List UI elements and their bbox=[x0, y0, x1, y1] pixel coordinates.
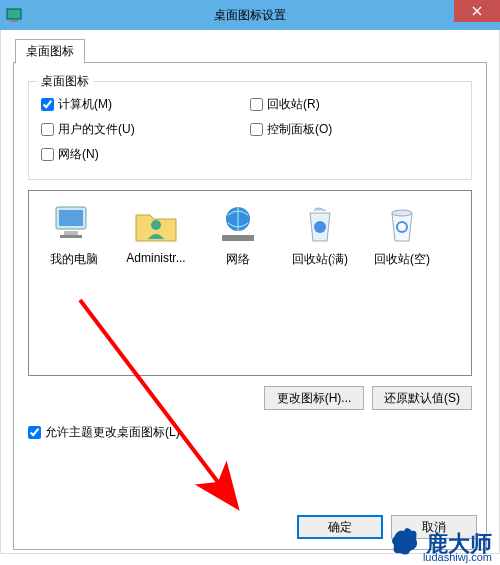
check-controlpanel-label: 控制面板(O) bbox=[267, 121, 332, 138]
svg-point-6 bbox=[151, 220, 161, 230]
close-button[interactable] bbox=[454, 0, 500, 22]
svg-rect-3 bbox=[59, 210, 83, 226]
dialog-footer-buttons: 确定 取消 bbox=[297, 515, 477, 539]
recycle-full-icon bbox=[296, 201, 344, 249]
icon-item-computer[interactable]: 我的电脑 bbox=[35, 197, 113, 268]
restore-default-button[interactable]: 还原默认值(S) bbox=[372, 386, 472, 410]
system-icon bbox=[6, 7, 22, 23]
check-userfiles[interactable]: 用户的文件(U) bbox=[41, 117, 250, 142]
tabstrip: 桌面图标 bbox=[15, 38, 487, 62]
tab-panel: 桌面图标 计算机(M) 回收站(R) 用户的文件(U) 控制 bbox=[13, 62, 487, 550]
allow-themes-box[interactable] bbox=[28, 426, 41, 439]
button-label: 更改图标(H)... bbox=[277, 390, 352, 407]
svg-rect-8 bbox=[222, 235, 254, 241]
check-userfiles-label: 用户的文件(U) bbox=[58, 121, 135, 138]
icon-item-network[interactable]: 网络 bbox=[199, 197, 277, 268]
check-recycle[interactable]: 回收站(R) bbox=[250, 92, 459, 117]
ok-button[interactable]: 确定 bbox=[297, 515, 383, 539]
groupbox-legend: 桌面图标 bbox=[37, 73, 93, 90]
allow-themes-checkbox[interactable]: 允许主题更改桌面图标(L) bbox=[28, 424, 472, 441]
check-controlpanel-box[interactable] bbox=[250, 123, 263, 136]
icon-item-admin[interactable]: Administr... bbox=[117, 197, 195, 268]
svg-rect-0 bbox=[7, 9, 21, 19]
icon-label: 网络 bbox=[199, 251, 277, 268]
svg-point-10 bbox=[392, 210, 412, 216]
svg-rect-1 bbox=[10, 20, 18, 22]
check-userfiles-box[interactable] bbox=[41, 123, 54, 136]
button-label: 还原默认值(S) bbox=[384, 390, 460, 407]
recycle-empty-icon bbox=[378, 201, 426, 249]
allow-themes-label: 允许主题更改桌面图标(L) bbox=[45, 424, 180, 441]
user-folder-icon bbox=[132, 201, 180, 249]
icon-label: 我的电脑 bbox=[35, 251, 113, 268]
icon-item-recycle-full[interactable]: 回收站(满) bbox=[281, 197, 359, 268]
icon-label: 回收站(满) bbox=[281, 251, 359, 268]
button-label: 取消 bbox=[422, 519, 446, 536]
check-recycle-box[interactable] bbox=[250, 98, 263, 111]
check-computer[interactable]: 计算机(M) bbox=[41, 92, 250, 117]
svg-rect-5 bbox=[60, 235, 82, 238]
dialog-body: 桌面图标 桌面图标 计算机(M) 回收站(R) 用户的文件(U) bbox=[0, 30, 500, 554]
button-label: 确定 bbox=[328, 519, 352, 536]
cancel-button[interactable]: 取消 bbox=[391, 515, 477, 539]
icon-label: Administr... bbox=[117, 251, 195, 265]
titlebar: 桌面图标设置 bbox=[0, 0, 500, 30]
check-network[interactable]: 网络(N) bbox=[41, 142, 250, 167]
svg-rect-4 bbox=[64, 231, 78, 235]
window-title: 桌面图标设置 bbox=[214, 7, 286, 24]
svg-point-9 bbox=[314, 221, 326, 233]
tab-label: 桌面图标 bbox=[26, 44, 74, 58]
icon-label: 回收站(空) bbox=[363, 251, 441, 268]
check-controlpanel[interactable]: 控制面板(O) bbox=[250, 117, 459, 142]
tab-desktop-icons[interactable]: 桌面图标 bbox=[15, 39, 85, 64]
icon-item-recycle-empty[interactable]: 回收站(空) bbox=[363, 197, 441, 268]
check-computer-label: 计算机(M) bbox=[58, 96, 112, 113]
check-network-box[interactable] bbox=[41, 148, 54, 161]
change-icon-button[interactable]: 更改图标(H)... bbox=[264, 386, 364, 410]
network-icon bbox=[214, 201, 262, 249]
icon-preview-list[interactable]: 我的电脑 Administr... 网络 bbox=[28, 190, 472, 376]
computer-icon bbox=[50, 201, 98, 249]
check-recycle-label: 回收站(R) bbox=[267, 96, 320, 113]
check-network-label: 网络(N) bbox=[58, 146, 99, 163]
groupbox-desktop-icons: 桌面图标 计算机(M) 回收站(R) 用户的文件(U) 控制 bbox=[28, 81, 472, 180]
check-computer-box[interactable] bbox=[41, 98, 54, 111]
